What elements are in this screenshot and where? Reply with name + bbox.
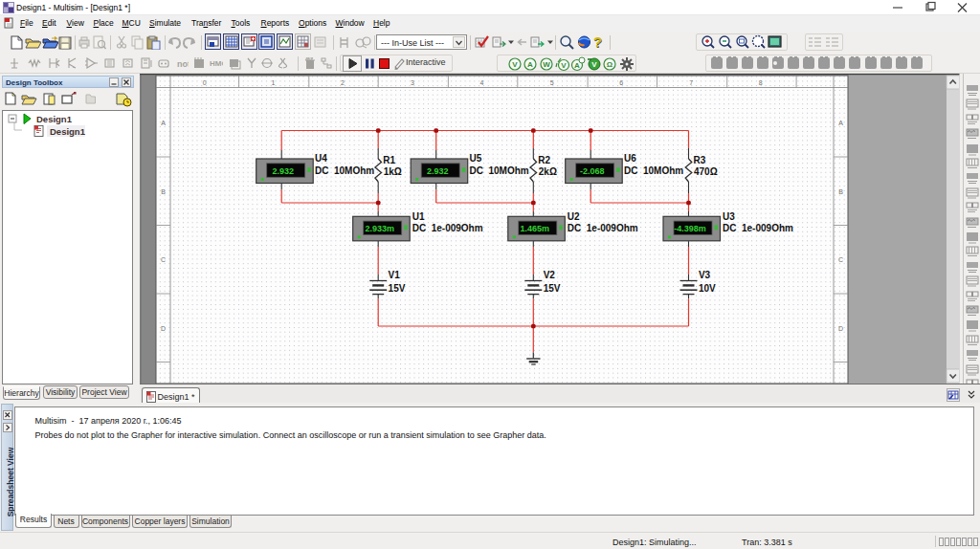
- svg-text:1kΩ: 1kΩ: [384, 166, 402, 177]
- svg-text:2.932: 2.932: [272, 166, 294, 176]
- svg-text:15V: 15V: [389, 283, 406, 294]
- svg-text:DC 10MOhm: DC 10MOhm: [315, 165, 374, 176]
- svg-text:C: C: [838, 256, 843, 263]
- svg-text:V: V: [561, 61, 567, 70]
- svg-text:15V: 15V: [544, 283, 561, 294]
- svg-text:U5: U5: [470, 153, 482, 164]
- svg-text:HMC: HMC: [210, 59, 223, 68]
- svg-text:A: A: [527, 60, 533, 69]
- svg-text:R3: R3: [694, 155, 706, 165]
- svg-text:U1: U1: [412, 211, 425, 222]
- svg-text:B: B: [838, 188, 843, 195]
- svg-text:not: not: [177, 59, 189, 69]
- svg-text:5: 5: [550, 79, 554, 86]
- svg-text:V1: V1: [389, 270, 401, 280]
- svg-text:6: 6: [619, 79, 623, 86]
- svg-text:U3: U3: [723, 211, 735, 222]
- svg-text:D: D: [838, 325, 843, 332]
- svg-text:-2.068: -2.068: [580, 166, 605, 176]
- svg-text:DC 1e-009Ohm: DC 1e-009Ohm: [723, 223, 793, 233]
- svg-text:A: A: [161, 120, 166, 126]
- svg-text:7: 7: [689, 79, 693, 86]
- svg-text:ABV: ABV: [305, 56, 313, 61]
- svg-text:8: 8: [759, 79, 763, 86]
- svg-text:W: W: [543, 60, 550, 69]
- svg-text:DC 1e-009Ohm: DC 1e-009Ohm: [568, 223, 638, 233]
- svg-text:U6: U6: [624, 153, 636, 164]
- svg-text:V: V: [512, 60, 518, 69]
- svg-text:A: A: [574, 61, 580, 70]
- svg-text:D: D: [161, 325, 166, 332]
- svg-text:B: B: [161, 188, 166, 195]
- svg-text:DC 1e-009Ohm: DC 1e-009Ohm: [412, 223, 483, 233]
- svg-text:DC 10MOhm: DC 10MOhm: [624, 165, 683, 176]
- svg-text:10V: 10V: [699, 283, 716, 294]
- svg-text:DC 10MOhm: DC 10MOhm: [470, 165, 529, 176]
- svg-text:-4.398m: -4.398m: [674, 224, 706, 233]
- svg-text:R1: R1: [383, 155, 395, 165]
- svg-text:0: 0: [203, 79, 207, 86]
- svg-text:V3: V3: [699, 270, 711, 280]
- svg-text:2: 2: [341, 79, 345, 86]
- svg-text:2.932: 2.932: [427, 166, 449, 176]
- svg-text:1: 1: [271, 79, 275, 86]
- svg-text:U4: U4: [315, 153, 327, 164]
- svg-text:470Ω: 470Ω: [694, 166, 718, 177]
- svg-text:R2: R2: [538, 155, 550, 165]
- svg-text:2.933m: 2.933m: [365, 224, 394, 233]
- svg-text:V: V: [591, 60, 597, 69]
- svg-text:Ω: Ω: [607, 60, 613, 69]
- svg-text:C: C: [161, 256, 166, 263]
- svg-text:4: 4: [480, 79, 484, 86]
- svg-text:3: 3: [411, 79, 414, 86]
- svg-text:Design1: Design1: [50, 126, 86, 137]
- svg-text:U2: U2: [568, 211, 580, 222]
- svg-text:2kΩ: 2kΩ: [539, 166, 557, 177]
- svg-text:A: A: [838, 120, 843, 126]
- svg-text:1.465m: 1.465m: [521, 224, 550, 233]
- svg-text:V2: V2: [544, 270, 556, 280]
- svg-text:Design1: Design1: [36, 114, 73, 124]
